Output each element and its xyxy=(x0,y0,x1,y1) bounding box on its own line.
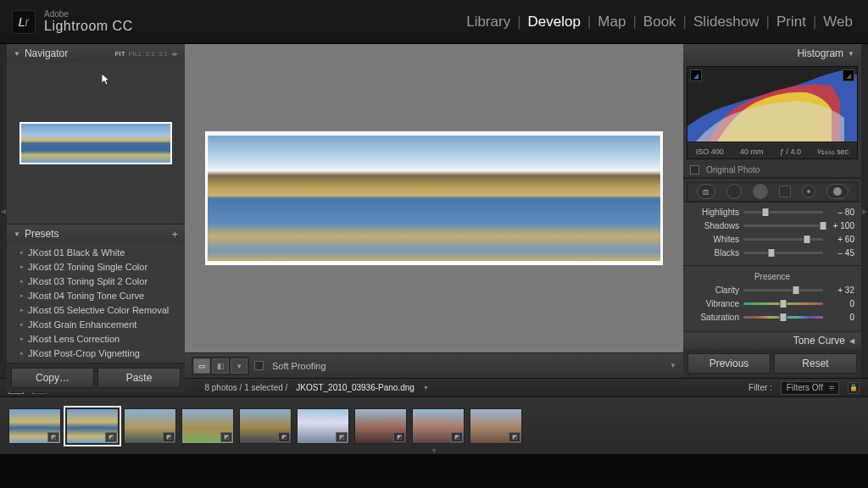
toolbar-expand-icon[interactable]: ▼ xyxy=(670,362,676,369)
preset-item[interactable]: JKost 02 Toning Single Color xyxy=(20,260,185,274)
slider-shadows[interactable]: Shadows+ 100 xyxy=(690,219,854,233)
zoom-ratio[interactable]: 3:1 xyxy=(159,50,168,58)
filmstrip-thumb[interactable]: ◩ xyxy=(66,408,119,444)
module-library[interactable]: Library xyxy=(466,14,510,30)
navigator-thumb xyxy=(19,122,172,164)
edit-badge-icon: ◩ xyxy=(47,432,59,442)
filmstrip-thumb[interactable]: ◩ xyxy=(239,408,292,444)
module-print[interactable]: Print xyxy=(776,14,806,30)
app-header: Lr Adobe Lightroom CC Library|Develop|Ma… xyxy=(0,0,868,44)
histogram-panel: Histogram▼ ◢ ◢ ISO 400 40 mm ƒ / 4.0 ¹⁄₁… xyxy=(683,44,861,179)
filmstrip-thumb[interactable]: ◩ xyxy=(354,408,407,444)
zoom-fill[interactable]: FILL xyxy=(129,50,142,58)
filmstrip-thumb[interactable]: ◩ xyxy=(297,408,349,444)
add-preset-icon[interactable]: + xyxy=(171,228,178,241)
disclosure-triangle-icon: ▼ xyxy=(848,50,854,58)
disclosure-triangle-icon: ▼ xyxy=(14,50,20,58)
tool-strip: ⧈ xyxy=(687,182,858,202)
zoom-1to1[interactable]: 1:1 xyxy=(146,50,155,58)
zoom-fit[interactable]: FIT xyxy=(115,50,125,58)
navigator-preview[interactable] xyxy=(7,63,185,224)
original-photo-label: Original Photo xyxy=(706,165,760,175)
develop-toolbar: ▭ ◧ ▾ Soft Proofing ▼ xyxy=(185,352,683,378)
radial-filter-tool[interactable] xyxy=(802,185,815,198)
redeye-tool[interactable] xyxy=(753,184,768,199)
presets-header[interactable]: ▼ Presets + xyxy=(7,225,185,243)
edit-badge-icon: ◩ xyxy=(163,432,175,442)
tone-sliders: Highlights– 80Shadows+ 100Whites+ 60Blac… xyxy=(683,202,861,265)
preset-item[interactable]: JKost Grain Enhancement xyxy=(20,318,185,331)
shadow-clip-icon[interactable]: ◢ xyxy=(690,69,702,81)
before-after-more-icon[interactable]: ▾ xyxy=(231,358,248,374)
preset-list: JKost 01 Black & WhiteJKost 02 Toning Si… xyxy=(7,243,185,363)
tonecurve-header[interactable]: Tone Curve◀ xyxy=(683,333,861,349)
module-picker: Library|Develop|Map|Book|Slideshow|Print… xyxy=(466,14,853,30)
disclosure-triangle-icon: ◀ xyxy=(849,337,854,345)
grad-filter-tool[interactable] xyxy=(779,186,791,197)
preset-item[interactable]: JKost 05 Selective Color Removal xyxy=(20,303,185,317)
brush-tool[interactable] xyxy=(826,184,849,199)
soft-proof-checkbox[interactable] xyxy=(254,361,264,370)
edit-badge-icon: ◩ xyxy=(336,432,348,442)
preset-item[interactable]: JKost Lens Correction xyxy=(20,332,185,346)
histogram-display[interactable]: ◢ ◢ ISO 400 40 mm ƒ / 4.0 ¹⁄₁₆₀₀ sec xyxy=(687,66,858,159)
preset-item[interactable]: JKost 04 Toning Tone Curve xyxy=(20,289,185,302)
histo-focal: 40 mm xyxy=(740,147,764,156)
app-brand: Adobe Lightroom CC xyxy=(44,9,133,34)
edit-badge-icon: ◩ xyxy=(393,432,405,442)
copy-button[interactable]: Copy… xyxy=(11,368,94,388)
module-book[interactable]: Book xyxy=(643,14,676,30)
filter-select[interactable]: Filters Off xyxy=(781,381,839,395)
filmstrip-thumb[interactable]: ◩ xyxy=(412,408,465,444)
slider-saturation[interactable]: Saturation0 xyxy=(690,311,854,324)
collapse-right-icon[interactable]: ▶ xyxy=(861,44,868,378)
navigator-header[interactable]: ▼ Navigator FIT FILL 1:1 3:1 ◂▸ xyxy=(7,44,185,63)
module-map[interactable]: Map xyxy=(598,14,626,30)
slider-whites[interactable]: Whites+ 60 xyxy=(690,233,854,247)
before-after-lr-button[interactable]: ◧ xyxy=(212,358,229,374)
preset-item[interactable]: JKost Post-Crop Vignetting xyxy=(20,347,185,360)
edit-badge-icon: ◩ xyxy=(451,432,463,442)
module-web[interactable]: Web xyxy=(823,14,853,30)
slider-blacks[interactable]: Blacks– 45 xyxy=(690,247,854,260)
presence-heading: Presence xyxy=(690,272,854,281)
histogram-header[interactable]: Histogram▼ xyxy=(683,44,861,63)
highlight-clip-icon[interactable]: ◢ xyxy=(843,69,854,81)
filmstrip-thumb[interactable]: ◩ xyxy=(124,408,176,444)
zoom-more-icon[interactable]: ◂▸ xyxy=(171,50,178,58)
center-canvas: ▭ ◧ ▾ Soft Proofing ▼ xyxy=(185,44,683,378)
module-develop[interactable]: Develop xyxy=(528,14,581,30)
crop-tool[interactable]: ⧈ xyxy=(697,184,715,199)
loupe-view-button[interactable]: ▭ xyxy=(193,358,210,374)
previous-button[interactable]: Previous xyxy=(687,353,771,374)
preset-item[interactable]: JKost 03 Toning Split 2 Color xyxy=(20,274,185,288)
soft-proof-label: Soft Proofing xyxy=(272,361,326,371)
paste-button[interactable]: Paste xyxy=(97,368,181,388)
reset-button[interactable]: Reset xyxy=(774,353,857,374)
slider-clarity[interactable]: Clarity+ 32 xyxy=(690,284,854,297)
disclosure-triangle-icon: ▼ xyxy=(14,230,20,238)
presence-sliders: Presence Clarity+ 32Vibrance0Saturation0 xyxy=(683,265,861,330)
histo-aperture: ƒ / 4.0 xyxy=(780,147,801,156)
filmstrip-thumb[interactable]: ◩ xyxy=(8,408,61,444)
slider-vibrance[interactable]: Vibrance0 xyxy=(690,297,854,311)
spot-tool[interactable] xyxy=(726,184,742,199)
photo-viewport[interactable] xyxy=(185,44,683,352)
collapse-left-icon[interactable]: ◀ xyxy=(0,44,7,378)
presets-panel: ▼ Presets + JKost 01 Black & WhiteJKost … xyxy=(7,225,185,363)
left-panel: ▼ Navigator FIT FILL 1:1 3:1 ◂▸ ▼ Preset… xyxy=(7,44,185,378)
app-logo: Lr xyxy=(12,10,36,34)
filmstrip[interactable]: ▼ ◩◩◩◩◩◩◩◩◩ xyxy=(0,396,868,454)
preset-item[interactable]: JKost 01 Black & White xyxy=(20,246,185,259)
filmstrip-thumb[interactable]: ◩ xyxy=(181,408,234,444)
filmstrip-thumb[interactable]: ◩ xyxy=(470,408,522,444)
photo-count: 8 photos / 1 selected / xyxy=(204,383,287,392)
slider-highlights[interactable]: Highlights– 80 xyxy=(690,206,854,219)
filter-lock-icon[interactable]: 🔒 xyxy=(848,382,860,394)
original-photo-checkbox[interactable] xyxy=(690,165,699,175)
right-panel: Histogram▼ ◢ ◢ ISO 400 40 mm ƒ / 4.0 ¹⁄₁… xyxy=(683,44,861,378)
filename-dropdown-icon[interactable]: ▼ xyxy=(423,385,429,391)
module-slideshow[interactable]: Slideshow xyxy=(693,14,760,30)
edit-badge-icon: ◩ xyxy=(509,432,520,442)
collapse-bottom-icon[interactable]: ▼ xyxy=(431,446,438,455)
